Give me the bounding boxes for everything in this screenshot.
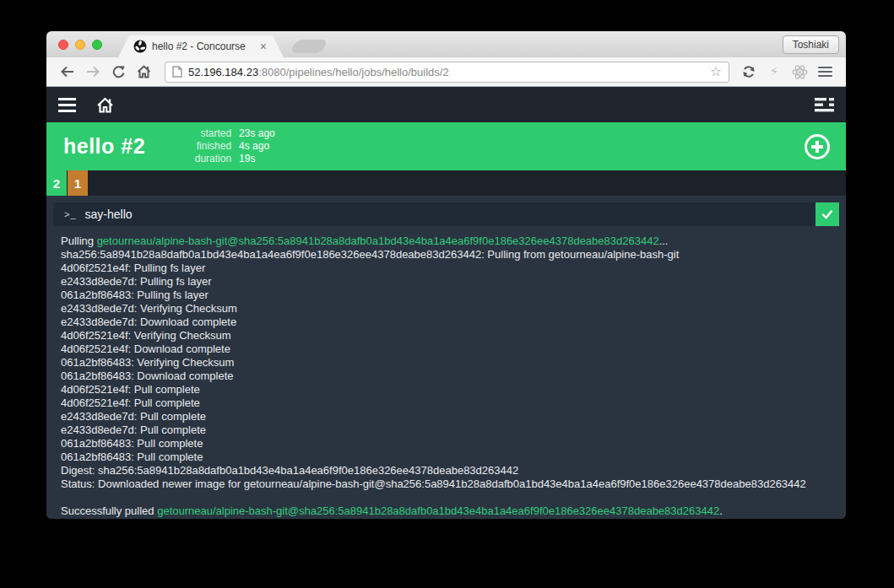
back-button[interactable]	[57, 61, 79, 83]
tab-title: hello #2 - Concourse	[152, 40, 253, 52]
build-tab-2[interactable]: 2	[46, 170, 67, 196]
log-line: Status: Downloaded newer image for getou…	[61, 477, 832, 491]
atom-devtools-icon[interactable]	[788, 61, 810, 83]
build-meta-row: duration19s	[172, 153, 275, 165]
browser-toolbar: 52.196.184.23:8080/pipelines/hello/jobs/…	[46, 57, 846, 87]
log-line: Pulling getourneau/alpine-bash-git@sha25…	[61, 235, 832, 248]
log-line: 061a2bf86483: Pull complete	[61, 437, 832, 450]
window-titlebar[interactable]: hello #2 - Concourse × Toshiaki	[46, 31, 846, 57]
meta-value: 19s	[239, 153, 255, 165]
log-line: e2433d8ede7d: Pulling fs layer	[61, 275, 832, 289]
url-text[interactable]: 52.196.184.23:8080/pipelines/hello/jobs/…	[188, 66, 704, 78]
log-line: e2433d8ede7d: Download complete	[61, 316, 832, 329]
build-header: hello #2 started23s agofinished4s agodur…	[46, 122, 846, 170]
step-status-succeeded-icon	[815, 202, 839, 226]
log-line: 4d06f2521e4f: Pulling fs layer	[61, 262, 832, 275]
desktop-background: hello #2 - Concourse × Toshiaki	[0, 0, 894, 588]
builds-tab-bar: 21	[46, 170, 846, 196]
log-line: 4d06f2521e4f: Pull complete	[61, 383, 832, 396]
meta-label: duration	[172, 153, 231, 165]
terminal-prompt-icon: >_	[64, 209, 77, 219]
trigger-build-plus-button[interactable]	[805, 134, 830, 159]
log-line: Digest: sha256:5a8941b28a8dafb0a1bd43e4b…	[61, 464, 832, 477]
log-line: 4d06f2521e4f: Download complete	[61, 343, 832, 356]
zoom-window-button[interactable]	[92, 40, 102, 50]
forward-button[interactable]	[82, 61, 104, 83]
step-row-say-hello[interactable]: >_ say-hello	[53, 202, 839, 226]
build-output-panel: >_ say-hello Pulling getourneau/alpine-b…	[46, 196, 846, 519]
page-icon	[172, 66, 182, 78]
build-tab-1[interactable]: 1	[68, 170, 88, 196]
browser-window: hello #2 - Concourse × Toshiaki	[46, 31, 846, 519]
concourse-navbar	[46, 87, 846, 122]
step-name: say-hello	[85, 208, 133, 221]
favicon-concourse-icon	[133, 40, 147, 53]
extension-sync-icon[interactable]	[738, 61, 760, 83]
lightning-extension-icon[interactable]: ⚡	[763, 61, 785, 83]
log-line: 4d06f2521e4f: Pull complete	[61, 396, 832, 410]
browser-tab[interactable]: hello #2 - Concourse ×	[118, 35, 284, 57]
bookmark-star-icon[interactable]: ☆	[710, 65, 722, 78]
log-line: 061a2bf86483: Verifying Checksum	[61, 356, 832, 370]
log-line: Successfully pulled getourneau/alpine-ba…	[61, 504, 832, 518]
sidebar-hamburger-icon[interactable]	[58, 98, 76, 112]
log-line: sha256:5a8941b28a8dafb0a1bd43e4ba1a4ea6f…	[61, 248, 832, 262]
meta-value: 4s ago	[239, 140, 269, 153]
url-host: 52.196.184.23	[188, 66, 258, 78]
new-tab-button[interactable]	[290, 40, 329, 53]
chrome-menu-icon[interactable]	[814, 61, 836, 83]
build-meta: started23s agofinished4s agoduration19s	[172, 127, 275, 165]
minimize-window-button[interactable]	[75, 40, 85, 50]
log-line: 061a2bf86483: Pulling fs layer	[61, 289, 832, 302]
url-path: :8080/pipelines/hello/jobs/hello/builds/…	[258, 66, 449, 78]
address-bar[interactable]: 52.196.184.23:8080/pipelines/hello/jobs/…	[165, 62, 729, 83]
meta-label: started	[172, 127, 231, 140]
build-meta-row: started23s ago	[172, 127, 275, 140]
log-line	[61, 491, 832, 504]
log-line: e2433d8ede7d: Pull complete	[61, 423, 832, 437]
home-button[interactable]	[133, 61, 154, 83]
close-window-button[interactable]	[58, 40, 68, 50]
window-controls	[58, 40, 102, 50]
meta-value: 23s ago	[239, 127, 275, 140]
reload-button[interactable]	[107, 61, 129, 83]
tab-close-icon[interactable]: ×	[258, 40, 268, 52]
profile-button[interactable]: Toshiaki	[783, 35, 839, 54]
concourse-home-icon[interactable]	[96, 97, 114, 113]
build-log[interactable]: Pulling getourneau/alpine-bash-git@sha25…	[53, 226, 839, 519]
build-title: hello #2	[63, 134, 145, 159]
meta-label: finished	[172, 140, 231, 153]
builds-list-toggle-icon[interactable]	[815, 98, 834, 112]
log-line: 061a2bf86483: Pull complete	[61, 450, 832, 464]
log-line: e2433d8ede7d: Pull complete	[61, 410, 832, 423]
log-line: 4d06f2521e4f: Verifying Checksum	[61, 329, 832, 343]
log-line: e2433d8ede7d: Verifying Checksum	[61, 302, 832, 316]
build-meta-row: finished4s ago	[172, 140, 275, 153]
log-line: 061a2bf86483: Download complete	[61, 370, 832, 383]
